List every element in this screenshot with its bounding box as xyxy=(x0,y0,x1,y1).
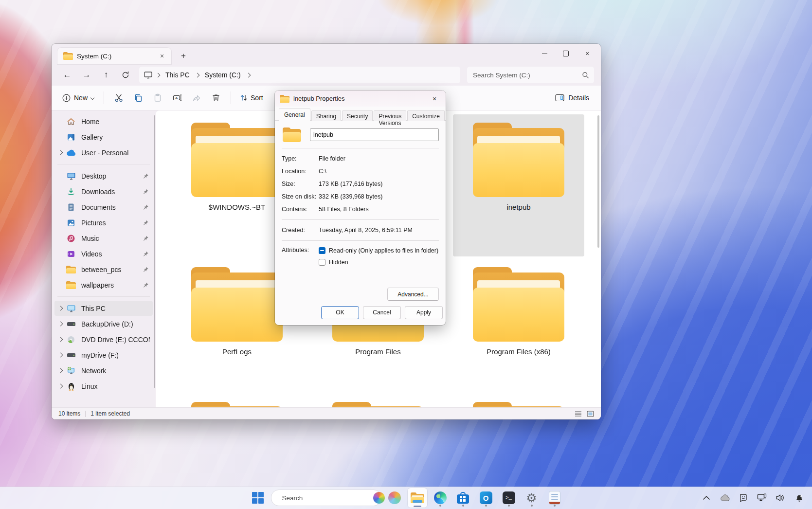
hard-drive-icon xyxy=(66,350,76,360)
terminal-button[interactable]: >_ xyxy=(499,488,519,508)
readonly-checkbox[interactable] xyxy=(319,247,325,254)
breadcrumb-this-pc[interactable]: This PC xyxy=(163,70,192,80)
file-explorer-button[interactable] xyxy=(408,488,427,508)
this-pc-icon xyxy=(66,304,76,313)
folder-tile-inetpub[interactable]: inetpub xyxy=(453,114,584,256)
system-tray: z xyxy=(701,487,804,509)
large-icons-view-icon[interactable] xyxy=(587,411,594,417)
network-tray-icon[interactable] xyxy=(757,492,767,503)
feedback-smiley-icon[interactable] xyxy=(738,492,749,503)
sidebar-item-network[interactable]: Network xyxy=(54,363,153,378)
hidden-checkbox[interactable] xyxy=(319,259,325,266)
folder-icon xyxy=(280,95,289,103)
dialog-separator xyxy=(282,148,439,148)
sidebar-item-label: Network xyxy=(81,367,150,375)
sidebar-item-this-pc[interactable]: This PC xyxy=(54,301,153,316)
close-button[interactable]: × xyxy=(577,45,598,62)
home-icon xyxy=(66,117,76,127)
copy-button[interactable] xyxy=(128,90,148,106)
apply-button[interactable]: Apply xyxy=(405,306,443,319)
breadcrumb[interactable]: This PC System (C:) xyxy=(139,67,460,83)
sidebar-item-wallpapers[interactable]: wallpapers xyxy=(54,277,153,292)
sidebar-item-dvd-drive[interactable]: DVD Drive (E:) CCCOMA xyxy=(54,332,153,347)
cancel-button[interactable]: Cancel xyxy=(363,306,401,319)
file-explorer-icon xyxy=(411,492,424,503)
tab-sharing[interactable]: Sharing xyxy=(311,110,341,121)
folder-name: inetpub xyxy=(506,203,530,211)
dialog-titlebar[interactable]: inetpub Properties × xyxy=(275,91,446,107)
copilot-button[interactable] xyxy=(385,488,404,508)
folder-tile-program-files-x86[interactable]: Program Files (x86) xyxy=(453,259,584,401)
volume-tray-icon[interactable] xyxy=(775,492,786,503)
new-tab-button[interactable]: + xyxy=(176,49,191,63)
cut-button[interactable] xyxy=(109,90,128,106)
breadcrumb-system-c[interactable]: System (C:) xyxy=(203,70,243,80)
pin-icon xyxy=(141,266,150,273)
sidebar-item-documents[interactable]: Documents xyxy=(54,200,153,215)
tab-previous-versions[interactable]: Previous Versions xyxy=(374,110,406,121)
share-button[interactable] xyxy=(187,90,206,106)
minimize-button[interactable] xyxy=(534,45,555,62)
start-button[interactable] xyxy=(248,488,268,508)
folder-icon xyxy=(66,280,76,290)
tab-general[interactable]: General xyxy=(279,109,310,121)
settings-button[interactable]: ⚙ xyxy=(522,488,541,508)
folder-name: PerfLogs xyxy=(222,347,252,356)
rename-button[interactable]: A xyxy=(167,90,187,106)
tray-chevron-up-icon[interactable] xyxy=(701,492,712,503)
explorer-search[interactable] xyxy=(467,67,594,83)
sidebar-item-onedrive[interactable]: User - Personal xyxy=(54,145,153,160)
notepad-button[interactable] xyxy=(545,488,564,508)
paste-button[interactable] xyxy=(148,90,167,106)
back-button[interactable]: ← xyxy=(58,67,76,83)
tab-customize[interactable]: Customize xyxy=(407,110,445,121)
sidebar-item-pictures[interactable]: Pictures xyxy=(54,215,153,230)
sort-button[interactable]: Sort xyxy=(236,91,267,105)
sidebar-scrollbar[interactable] xyxy=(154,115,155,388)
details-button[interactable]: Details xyxy=(551,91,593,105)
onedrive-tray-icon[interactable] xyxy=(720,492,730,503)
explorer-tab[interactable]: System (C:) × xyxy=(57,48,171,64)
new-button-label: New xyxy=(74,94,88,102)
details-view-icon[interactable] xyxy=(575,411,582,417)
content-scrollbar[interactable] xyxy=(597,115,599,248)
focus-assist-bell-icon[interactable]: z xyxy=(794,492,804,503)
folder-tile-partial[interactable] xyxy=(188,400,286,407)
sidebar-item-label: Desktop xyxy=(81,172,141,180)
sidebar-item-gallery[interactable]: Gallery xyxy=(54,129,153,145)
sidebar-item-backupdrive[interactable]: BackupDrive (D:) xyxy=(54,316,153,331)
dialog-close-icon[interactable]: × xyxy=(428,93,441,105)
tab-security[interactable]: Security xyxy=(342,110,373,121)
folder-icon xyxy=(470,266,567,343)
forward-button[interactable]: → xyxy=(78,67,95,83)
folder-tile-partial[interactable] xyxy=(329,400,427,407)
sidebar-item-music[interactable]: Music xyxy=(54,231,153,246)
taskbar-search[interactable] xyxy=(271,490,381,506)
new-button[interactable]: New xyxy=(57,91,99,105)
sidebar-item-linux[interactable]: Linux xyxy=(54,379,153,394)
tab-close-icon[interactable]: × xyxy=(157,51,167,61)
up-button[interactable]: ↑ xyxy=(97,67,115,83)
taskbar-search-input[interactable] xyxy=(281,494,369,502)
folder-name-input[interactable] xyxy=(310,128,439,141)
sidebar-item-downloads[interactable]: Downloads xyxy=(54,184,153,199)
toolbar-divider xyxy=(104,91,104,104)
sidebar-item-label: Documents xyxy=(81,203,141,211)
sidebar-item-videos[interactable]: Videos xyxy=(54,246,153,261)
sidebar-item-desktop[interactable]: Desktop xyxy=(54,168,153,183)
store-button[interactable] xyxy=(453,488,473,508)
explorer-search-input[interactable] xyxy=(472,71,582,79)
ok-button[interactable]: OK xyxy=(321,306,359,319)
delete-button[interactable] xyxy=(206,90,226,106)
screen: System (C:) × + × ← → ↑ This PC xyxy=(0,0,812,509)
refresh-button[interactable] xyxy=(117,67,134,83)
sidebar-item-home[interactable]: Home xyxy=(54,114,153,129)
sidebar-item-between-pcs[interactable]: between_pcs xyxy=(54,262,153,277)
advanced-button[interactable]: Advanced... xyxy=(387,288,439,301)
outlook-button[interactable]: O xyxy=(476,488,496,508)
edge-button[interactable] xyxy=(431,488,450,508)
sidebar-item-mydrive[interactable]: myDrive (F:) xyxy=(54,347,153,363)
folder-tile-partial[interactable] xyxy=(470,400,567,407)
copilot-icon xyxy=(388,491,401,504)
maximize-button[interactable] xyxy=(555,45,577,62)
